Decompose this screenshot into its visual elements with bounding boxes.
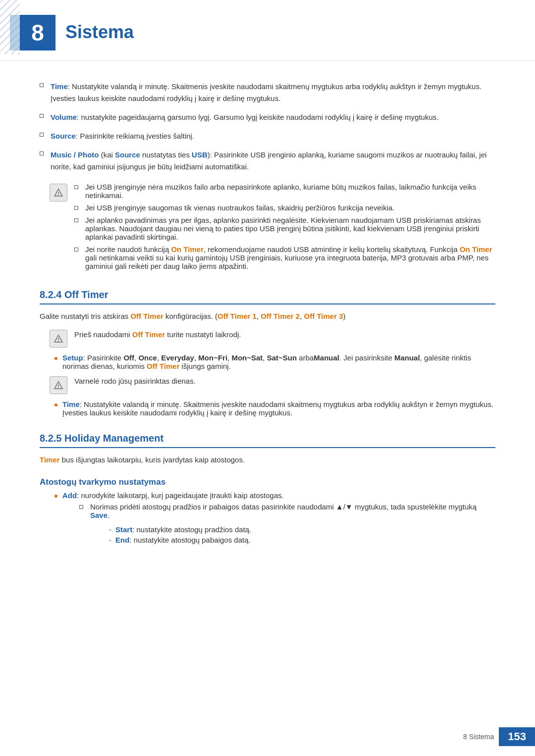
setup-monfri: Mon~Fri xyxy=(198,353,227,362)
sep2: , xyxy=(300,312,304,320)
end-label: End xyxy=(115,536,129,544)
note-inner-list: Jei USB įrenginyje nėra muzikos failo ar… xyxy=(74,183,495,274)
setup-everyday: Everyday xyxy=(161,353,194,362)
page-header: 8 Sistema xyxy=(0,0,535,61)
time-desc: : Nustatykite valandą ir minutę. Skaitme… xyxy=(62,400,493,417)
start-desc: : nustatykite atostogų pradžios datą. xyxy=(132,525,251,534)
add-label: Add xyxy=(62,491,77,500)
off-timer-3: Off Timer 3 xyxy=(304,312,343,320)
time-list: Time: Nustatykite valandą ir minutę. Ska… xyxy=(40,400,495,417)
term-volume: Volume xyxy=(51,113,77,121)
save-label: Save xyxy=(90,511,107,519)
bullet-text: Volume: nustatykite pageidaujamą garsumo… xyxy=(51,111,495,123)
setup-monsat: Mon~Sat xyxy=(231,353,263,362)
section-824-intro-text: Galite nustatyti tris atskiras xyxy=(40,312,130,320)
on-timer-ref: On Timer xyxy=(171,245,204,253)
dash-icon-2: - xyxy=(109,536,111,544)
bullet-text: Music / Photo (kai Source nustatytas tie… xyxy=(51,149,495,173)
term-music-photo: Music / Photo xyxy=(51,151,99,159)
holiday-list: Add: nurodykite laikotarpį, kurį pageida… xyxy=(40,491,495,500)
start-text: Start: nustatykite atostogų pradžios dat… xyxy=(115,525,251,534)
svg-point-5 xyxy=(58,387,59,388)
note-824-1-pre: Prieš naudodami xyxy=(74,330,132,339)
term-source2-mid: nustatytas ties xyxy=(140,151,192,159)
main-content: Time: Nustatykite valandą ir minutę. Ska… xyxy=(0,66,535,566)
note-icon-2 xyxy=(50,330,67,348)
on-timer-ref2: On Timer xyxy=(460,245,492,253)
bullet-text: Source: Pasirinkite reikiamą įvesties ša… xyxy=(51,130,495,142)
bullet-icon xyxy=(74,218,78,222)
list-item: Time: Nustatykite valandą ir minutę. Ska… xyxy=(40,81,495,104)
bullet-icon xyxy=(79,505,83,509)
note-item-text: Jei aplanko pavadinimas yra per ilgas, a… xyxy=(85,216,495,241)
term-source2: Source xyxy=(115,151,140,159)
setup-item: Setup: Pasirinkite Off, Once, Everyday, … xyxy=(54,353,495,370)
chapter-title: Sistema xyxy=(65,15,134,43)
term-music-photo-desc: (kai xyxy=(99,151,115,159)
bullet-icon xyxy=(74,185,78,189)
section-824-intro2: konfigūracijas. ( xyxy=(163,312,217,320)
bullet-round-icon-add xyxy=(54,495,57,498)
note-item-text: Jei USB įrenginyje nėra muzikos failo ar… xyxy=(85,183,495,200)
bullet-icon xyxy=(40,133,44,137)
setup-options: Off xyxy=(123,353,134,362)
close-paren: ) xyxy=(343,312,345,320)
list-item: Music / Photo (kai Source nustatytas tie… xyxy=(40,149,495,173)
note-block-1: Jei USB įrenginyje nėra muzikos failo ar… xyxy=(50,183,495,274)
page-footer: 8 Sistema 153 xyxy=(463,727,535,746)
bullet-round-icon-2 xyxy=(54,403,57,406)
add-sub-list: Norimas pridėti atostogų pradžios ir pab… xyxy=(40,503,495,519)
setup-manual2: Manual xyxy=(394,353,420,362)
note-824-1-post: turite nustatyti laikrodį. xyxy=(165,330,241,339)
setup-once: Once xyxy=(138,353,157,362)
setup-end: išjungs gaminį. xyxy=(179,362,230,370)
section-824-intro: Galite nustatyti tris atskiras Off Timer… xyxy=(40,310,495,323)
term-time-desc: : Nustatykite valandą ir minutę. Skaitme… xyxy=(51,82,482,102)
intro-bullet-list: Time: Nustatykite valandą ir minutę. Ska… xyxy=(40,81,495,173)
bullet-icon xyxy=(74,248,78,252)
setup-manual: Manual xyxy=(314,353,339,362)
term-usb: USB xyxy=(192,151,208,159)
bullet-text: Time: Nustatykite valandą ir minutę. Ska… xyxy=(51,81,495,104)
section-825-intro: Timer bus išjungtas laikotarpiu, kuris į… xyxy=(40,454,495,466)
setup-satsun: Sat~Sun xyxy=(267,353,297,362)
add-sub-post: . xyxy=(107,511,109,519)
setup-comma5: , xyxy=(263,353,267,362)
add-desc: : nurodykite laikotarpį, kurį pageidauja… xyxy=(77,491,284,500)
bullet-icon xyxy=(40,151,44,155)
list-item: Source: Pasirinkite reikiamą įvesties ša… xyxy=(40,130,495,142)
subsection-heading-atostogu: Atostogų tvarkymo nustatymas xyxy=(40,477,495,487)
off-timer-2: Off Timer 2 xyxy=(261,312,300,320)
setup-manual-desc: . Jei pasirinksite xyxy=(339,353,394,362)
term-source: Source xyxy=(51,132,76,140)
note-item: Jei USB įrenginyje saugomas tik vienas n… xyxy=(74,203,495,212)
note-icon-3 xyxy=(50,376,67,394)
add-text: Add: nurodykite laikotarpį, kurį pageida… xyxy=(62,491,284,500)
time-item: Time: Nustatykite valandą ir minutę. Ska… xyxy=(54,400,495,417)
term-time: Time xyxy=(51,82,68,91)
off-timer-label: Off Timer xyxy=(130,312,163,320)
off-timer-note-label: Off Timer xyxy=(132,330,165,339)
add-item: Add: nurodykite laikotarpį, kurį pageida… xyxy=(54,491,495,500)
setup-comma2: , xyxy=(157,353,161,362)
chapter-number-box: 8 xyxy=(20,15,55,50)
setup-desc: : Pasirinkite xyxy=(83,353,124,362)
note-item-text: Jei USB įrenginyje saugomas tik vienas n… xyxy=(85,203,394,212)
note-item: Jei USB įrenginyje nėra muzikos failo ar… xyxy=(74,183,495,200)
setup-arba: arba xyxy=(297,353,314,362)
section-heading-825: 8.2.5 Holiday Management xyxy=(40,433,495,448)
footer-section-label: 8 Sistema xyxy=(463,733,499,741)
timer-label-825: Timer xyxy=(40,455,60,464)
note-item: Jei norite naudoti funkciją On Timer, re… xyxy=(74,245,495,270)
time-label: Time xyxy=(62,400,80,408)
end-text: End: nustatykite atostogų pabaigos datą. xyxy=(115,536,251,544)
dash-icon: - xyxy=(109,525,111,534)
start-label: Start xyxy=(115,525,132,534)
list-item: Volume: nustatykite pageidaujamą garsumo… xyxy=(40,111,495,123)
start-end-list: - Start: nustatykite atostogų pradžios d… xyxy=(40,525,495,544)
off-timer-setup-ref: Off Timer xyxy=(147,362,179,370)
add-sub-item: Norimas pridėti atostogų pradžios ir pab… xyxy=(79,503,495,519)
time-text: Time: Nustatykite valandą ir minutę. Ska… xyxy=(62,400,495,417)
svg-point-3 xyxy=(58,341,59,342)
note-icon-1 xyxy=(50,184,67,202)
